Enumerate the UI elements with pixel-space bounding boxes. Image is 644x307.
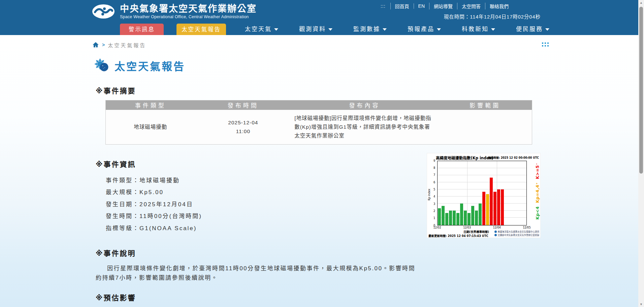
page-title-block: 太空天氣報告 xyxy=(94,58,540,73)
utility-link-contact[interactable]: 聯絡我們 xyxy=(485,3,513,9)
breadcrumb: > 太空天氣報告 xyxy=(92,35,540,49)
col-issue-content: 發布內容 xyxy=(291,100,438,110)
event-summary-section: ※事件摘要 事件類型 發布時間 發布內容 影響範圍 地球磁場擾動 2025-12… xyxy=(92,85,540,145)
vertical-scrollbar[interactable]: ▲ ▼ xyxy=(638,0,644,307)
nav-menu-space-weather[interactable]: 太空天氣 xyxy=(245,24,278,35)
kp-bar xyxy=(482,192,485,225)
chart-y-axis-label: Kp index xyxy=(428,189,431,201)
event-summary-table: 事件類型 發布時間 發布內容 影響範圍 地球磁場擾動 2025-12-04 11… xyxy=(105,100,532,145)
event-field-scale-level: 指標等級：G1(NOAA Scale) xyxy=(106,225,202,232)
utility-link-faq[interactable]: 太空問答 xyxy=(457,3,485,9)
chart-plot-area xyxy=(437,161,527,225)
nav-menu-label: 觀測資料 xyxy=(299,24,326,35)
kp-bar xyxy=(442,206,445,225)
table-row: 地球磁場擾動 2025-12-04 11:00 [地球磁場擾動]因行星際環境條件… xyxy=(106,110,532,145)
kp-bar xyxy=(493,192,496,225)
nav-menu-label: 太空天氣 xyxy=(245,24,272,35)
nav-menu-label: 便民服務 xyxy=(516,24,543,35)
nav-menu-label: 預報產品 xyxy=(408,24,434,35)
cell-event-type: 地球磁場擾動 xyxy=(106,110,195,145)
kp-bar xyxy=(501,189,504,225)
page-body: > 太空天氣報告 xyxy=(0,35,638,307)
col-impact-scope: 影響範圍 xyxy=(438,100,532,110)
kp-bar xyxy=(490,178,493,225)
utility-link-en[interactable]: EN xyxy=(414,3,429,9)
chevron-down-icon xyxy=(437,28,441,31)
nav-menu-label: 科教新知 xyxy=(462,24,489,35)
kp-bar xyxy=(486,194,489,225)
credit-logo-icon xyxy=(494,231,497,233)
current-time-label: 現在時間：114年12月04日17時02分04秒 xyxy=(444,13,541,20)
nav-menu-science-education[interactable]: 科教新知 xyxy=(462,24,495,35)
kp-bar xyxy=(475,211,478,225)
site-brand[interactable]: 中央氣象署太空天氣作業辦公室 Space Weather Operational… xyxy=(92,3,257,20)
nav-button-space-weather-report[interactable]: 太空天氣報告 xyxy=(176,24,226,35)
nav-menu-label: 監測數據 xyxy=(353,24,380,35)
scrollbar-thumb[interactable] xyxy=(639,7,643,174)
nav-menu-forecast-products[interactable]: 預報產品 xyxy=(408,24,441,35)
kp-bar xyxy=(479,204,482,225)
estimated-impact-section: ※預估影響 ◎其他系統 xyxy=(92,292,540,307)
chevron-down-icon xyxy=(328,28,332,31)
chart-x-axis-label: 日期(世界標準時間) xyxy=(463,229,489,234)
chart-start-time-label: 開始時間: 2025 12 02 00:00:00 UTC xyxy=(488,156,539,159)
chart-y-ticks: 0123456789 xyxy=(432,161,437,225)
kp-bar xyxy=(497,189,500,225)
chart-credits: 美國海洋暨大氣總署太空天氣預報中心提供交通部中央氣象署太空天氣作業辦公室繪製 xyxy=(494,230,540,237)
credit-logo-icon xyxy=(494,234,497,236)
site-title: 中央氣象署太空天氣作業辦公室 xyxy=(120,4,257,14)
event-info-section: ※事件資訊 事件類型：地球磁場擾動 最大規模：Kp5.00 發生日期：2025年… xyxy=(92,159,202,238)
table-header-row: 事件類型 發布時間 發布內容 影響範圍 xyxy=(106,100,532,110)
kp-index-chart: 高緯度地磁擾動指數(Kp index) 開始時間: 2025 12 02 00:… xyxy=(427,153,540,238)
event-description-text: 因行星際環境條件變化劇增，於臺灣時間11時00分發生地球磁場擾動事件，最大規模為… xyxy=(96,264,419,283)
chevron-down-icon xyxy=(545,28,549,31)
nav-button-alerts[interactable]: 警示訊息 xyxy=(120,24,164,35)
chart-legend-item: Kp=4,4⁺ xyxy=(535,182,540,203)
site-subtitle: Space Weather Operational Office, Centra… xyxy=(120,14,257,19)
kp-bar xyxy=(453,211,456,225)
main-nav: 警示訊息 太空天氣報告 太空天氣 觀測資料 監測數據 預報產品 科教新知 便民服… xyxy=(0,22,638,35)
page-title: 太空天氣報告 xyxy=(115,58,185,73)
home-icon[interactable] xyxy=(92,41,99,48)
site-header: 中央氣象署太空天氣作業辦公室 Space Weather Operational… xyxy=(0,0,638,35)
event-description-heading: ※事件說明 xyxy=(96,248,540,258)
col-event-type: 事件類型 xyxy=(106,100,195,110)
event-description-section: ※事件說明 因行星際環境條件變化劇增，於臺灣時間11時00分發生地球磁場擾動事件… xyxy=(92,248,540,283)
chevron-down-icon xyxy=(491,28,495,31)
nav-menu-monitoring-data[interactable]: 監測數據 xyxy=(353,24,387,35)
utility-link-home[interactable]: 回首頁 xyxy=(390,3,414,9)
nav-menu-observation-data[interactable]: 觀測資料 xyxy=(299,24,332,35)
kp-bar xyxy=(468,213,471,225)
chart-legend: K>=5⁻Kp=4,4⁺Kp<4 xyxy=(535,163,540,220)
accessibility-dots-icon[interactable] xyxy=(542,42,549,47)
utility-link-sitemap[interactable]: 網站導覽 xyxy=(429,3,457,9)
event-field-date: 發生日期：2025年12月04日 xyxy=(106,202,202,208)
chevron-down-icon xyxy=(274,28,278,31)
kp-bar xyxy=(460,204,463,225)
nav-menu-public-services[interactable]: 便民服務 xyxy=(516,24,549,35)
kp-bar xyxy=(471,206,474,225)
cell-impact-scope xyxy=(438,110,532,145)
scroll-up-arrow-icon[interactable]: ▲ xyxy=(638,0,644,5)
cwa-logo-icon xyxy=(92,4,115,19)
breadcrumb-current: 太空天氣報告 xyxy=(108,41,146,49)
sun-planet-icon xyxy=(94,58,110,73)
breadcrumb-separator-icon: > xyxy=(102,42,105,48)
chart-updated-time-label: 最新更新時間: 2025 12 04 07:15:43 UTC xyxy=(428,234,488,238)
col-issue-time: 發布時間 xyxy=(195,100,291,110)
event-field-type: 事件類型：地球磁場擾動 xyxy=(106,178,202,184)
event-summary-heading: ※事件摘要 xyxy=(96,85,540,95)
event-field-max-scale: 最大規模：Kp5.00 xyxy=(106,189,202,195)
kp-bar xyxy=(456,213,459,225)
kp-bar xyxy=(438,208,441,225)
scroll-down-arrow-icon[interactable]: ▼ xyxy=(638,302,644,307)
event-info-heading: ※事件資訊 xyxy=(96,159,202,169)
accessibility-anchor[interactable]: ::: xyxy=(381,3,386,9)
event-field-time: 發生時間：11時00分(台灣時間) xyxy=(106,213,202,219)
chart-legend-item: Kp<4 xyxy=(535,206,540,220)
kp-bar xyxy=(464,211,467,225)
estimated-impact-heading: ※預估影響 xyxy=(96,292,540,302)
chart-legend-item: K>=5⁻ xyxy=(535,163,540,179)
chevron-down-icon xyxy=(383,28,387,31)
cell-issue-content: [地球磁場擾動]因行星際環境條件變化劇增，地磁擾動指數(Kp)增強且達到G1等級… xyxy=(291,110,438,145)
